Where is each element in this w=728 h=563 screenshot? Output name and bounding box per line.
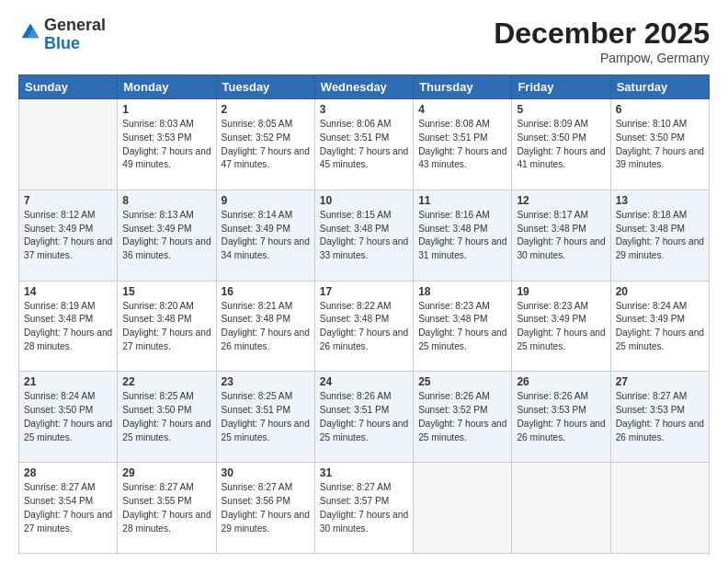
day-info: Sunrise: 8:20 AMSunset: 3:48 PMDaylight:…	[122, 300, 210, 354]
table-row: 11Sunrise: 8:16 AMSunset: 3:48 PMDayligh…	[414, 190, 512, 281]
logo-icon	[20, 22, 40, 42]
table-row: 30Sunrise: 8:27 AMSunset: 3:56 PMDayligh…	[216, 463, 314, 554]
day-number: 21	[24, 375, 112, 388]
day-number: 18	[418, 285, 506, 298]
calendar-week-row: 14Sunrise: 8:19 AMSunset: 3:48 PMDayligh…	[19, 281, 710, 372]
table-row: 14Sunrise: 8:19 AMSunset: 3:48 PMDayligh…	[19, 281, 118, 372]
day-info: Sunrise: 8:17 AMSunset: 3:48 PMDaylight:…	[517, 209, 605, 263]
day-info: Sunrise: 8:05 AMSunset: 3:52 PMDaylight:…	[222, 118, 310, 172]
table-row: 25Sunrise: 8:26 AMSunset: 3:52 PMDayligh…	[414, 372, 512, 463]
day-info: Sunrise: 8:27 AMSunset: 3:54 PMDaylight:…	[24, 481, 112, 535]
day-number: 31	[320, 466, 408, 479]
day-number: 11	[418, 194, 506, 207]
day-info: Sunrise: 8:08 AMSunset: 3:51 PMDaylight:…	[418, 118, 506, 172]
table-row: 6Sunrise: 8:10 AMSunset: 3:50 PMDaylight…	[610, 99, 709, 190]
day-info: Sunrise: 8:23 AMSunset: 3:49 PMDaylight:…	[517, 300, 605, 354]
header: General Blue December 2025 Pampow, Germa…	[18, 17, 710, 65]
logo-blue: Blue	[44, 34, 80, 52]
table-row: 10Sunrise: 8:15 AMSunset: 3:48 PMDayligh…	[314, 190, 413, 281]
col-sunday: Sunday	[19, 75, 118, 99]
day-number: 7	[24, 194, 112, 207]
day-number: 20	[616, 285, 704, 298]
day-number: 22	[122, 375, 210, 388]
day-number: 24	[320, 375, 408, 388]
day-number: 2	[222, 103, 310, 116]
day-info: Sunrise: 8:12 AMSunset: 3:49 PMDaylight:…	[24, 209, 112, 263]
table-row: 13Sunrise: 8:18 AMSunset: 3:48 PMDayligh…	[610, 190, 709, 281]
calendar-week-row: 21Sunrise: 8:24 AMSunset: 3:50 PMDayligh…	[19, 372, 710, 463]
day-number: 10	[320, 194, 408, 207]
day-info: Sunrise: 8:27 AMSunset: 3:55 PMDaylight:…	[122, 481, 210, 535]
table-row: 20Sunrise: 8:24 AMSunset: 3:49 PMDayligh…	[610, 281, 709, 372]
page: General Blue December 2025 Pampow, Germa…	[0, 0, 728, 563]
day-info: Sunrise: 8:25 AMSunset: 3:51 PMDaylight:…	[222, 390, 310, 444]
day-number: 1	[122, 103, 210, 116]
day-info: Sunrise: 8:24 AMSunset: 3:49 PMDaylight:…	[616, 300, 704, 354]
title-area: December 2025 Pampow, Germany	[494, 17, 710, 65]
table-row: 7Sunrise: 8:12 AMSunset: 3:49 PMDaylight…	[19, 190, 118, 281]
day-number: 30	[222, 466, 310, 479]
logo: General Blue	[18, 17, 106, 53]
month-title: December 2025	[494, 17, 710, 51]
day-info: Sunrise: 8:27 AMSunset: 3:56 PMDaylight:…	[222, 481, 310, 535]
day-info: Sunrise: 8:10 AMSunset: 3:50 PMDaylight:…	[616, 118, 704, 172]
calendar-header-row: Sunday Monday Tuesday Wednesday Thursday…	[19, 75, 710, 99]
day-number: 25	[418, 375, 506, 388]
day-number: 14	[24, 285, 112, 298]
day-number: 9	[222, 194, 310, 207]
col-thursday: Thursday	[414, 75, 512, 99]
table-row: 23Sunrise: 8:25 AMSunset: 3:51 PMDayligh…	[216, 372, 314, 463]
col-wednesday: Wednesday	[314, 75, 413, 99]
day-number: 3	[320, 103, 408, 116]
day-info: Sunrise: 8:22 AMSunset: 3:48 PMDaylight:…	[320, 300, 408, 354]
calendar-table: Sunday Monday Tuesday Wednesday Thursday…	[18, 75, 710, 554]
location: Pampow, Germany	[494, 51, 710, 65]
table-row	[19, 99, 118, 190]
table-row	[414, 463, 512, 554]
table-row: 8Sunrise: 8:13 AMSunset: 3:49 PMDaylight…	[118, 190, 216, 281]
calendar-week-row: 1Sunrise: 8:03 AMSunset: 3:53 PMDaylight…	[19, 99, 710, 190]
day-info: Sunrise: 8:03 AMSunset: 3:53 PMDaylight:…	[122, 118, 210, 172]
table-row: 17Sunrise: 8:22 AMSunset: 3:48 PMDayligh…	[314, 281, 413, 372]
day-number: 19	[517, 285, 605, 298]
table-row: 3Sunrise: 8:06 AMSunset: 3:51 PMDaylight…	[314, 99, 413, 190]
table-row	[512, 463, 610, 554]
table-row: 2Sunrise: 8:05 AMSunset: 3:52 PMDaylight…	[216, 99, 314, 190]
table-row: 5Sunrise: 8:09 AMSunset: 3:50 PMDaylight…	[512, 99, 610, 190]
table-row: 29Sunrise: 8:27 AMSunset: 3:55 PMDayligh…	[118, 463, 216, 554]
day-number: 15	[122, 285, 210, 298]
day-number: 23	[222, 375, 310, 388]
day-info: Sunrise: 8:21 AMSunset: 3:48 PMDaylight:…	[222, 300, 310, 354]
table-row: 15Sunrise: 8:20 AMSunset: 3:48 PMDayligh…	[118, 281, 216, 372]
day-info: Sunrise: 8:26 AMSunset: 3:52 PMDaylight:…	[418, 390, 506, 444]
table-row: 19Sunrise: 8:23 AMSunset: 3:49 PMDayligh…	[512, 281, 610, 372]
day-info: Sunrise: 8:19 AMSunset: 3:48 PMDaylight:…	[24, 300, 112, 354]
day-number: 6	[616, 103, 704, 116]
day-info: Sunrise: 8:25 AMSunset: 3:50 PMDaylight:…	[122, 390, 210, 444]
table-row: 22Sunrise: 8:25 AMSunset: 3:50 PMDayligh…	[118, 372, 216, 463]
table-row: 31Sunrise: 8:27 AMSunset: 3:57 PMDayligh…	[314, 463, 413, 554]
day-info: Sunrise: 8:16 AMSunset: 3:48 PMDaylight:…	[418, 209, 506, 263]
day-number: 16	[222, 285, 310, 298]
day-info: Sunrise: 8:24 AMSunset: 3:50 PMDaylight:…	[24, 390, 112, 444]
day-number: 17	[320, 285, 408, 298]
day-number: 29	[122, 466, 210, 479]
table-row: 1Sunrise: 8:03 AMSunset: 3:53 PMDaylight…	[118, 99, 216, 190]
calendar-week-row: 7Sunrise: 8:12 AMSunset: 3:49 PMDaylight…	[19, 190, 710, 281]
day-info: Sunrise: 8:27 AMSunset: 3:53 PMDaylight:…	[616, 390, 704, 444]
day-info: Sunrise: 8:09 AMSunset: 3:50 PMDaylight:…	[517, 118, 605, 172]
day-number: 5	[517, 103, 605, 116]
day-number: 13	[616, 194, 704, 207]
col-saturday: Saturday	[610, 75, 709, 99]
table-row	[610, 463, 709, 554]
table-row: 26Sunrise: 8:26 AMSunset: 3:53 PMDayligh…	[512, 372, 610, 463]
day-info: Sunrise: 8:15 AMSunset: 3:48 PMDaylight:…	[320, 209, 408, 263]
table-row: 4Sunrise: 8:08 AMSunset: 3:51 PMDaylight…	[414, 99, 512, 190]
day-number: 8	[122, 194, 210, 207]
day-info: Sunrise: 8:06 AMSunset: 3:51 PMDaylight:…	[320, 118, 408, 172]
day-info: Sunrise: 8:26 AMSunset: 3:51 PMDaylight:…	[320, 390, 408, 444]
col-monday: Monday	[118, 75, 216, 99]
day-info: Sunrise: 8:27 AMSunset: 3:57 PMDaylight:…	[320, 481, 408, 535]
day-info: Sunrise: 8:18 AMSunset: 3:48 PMDaylight:…	[616, 209, 704, 263]
table-row: 12Sunrise: 8:17 AMSunset: 3:48 PMDayligh…	[512, 190, 610, 281]
